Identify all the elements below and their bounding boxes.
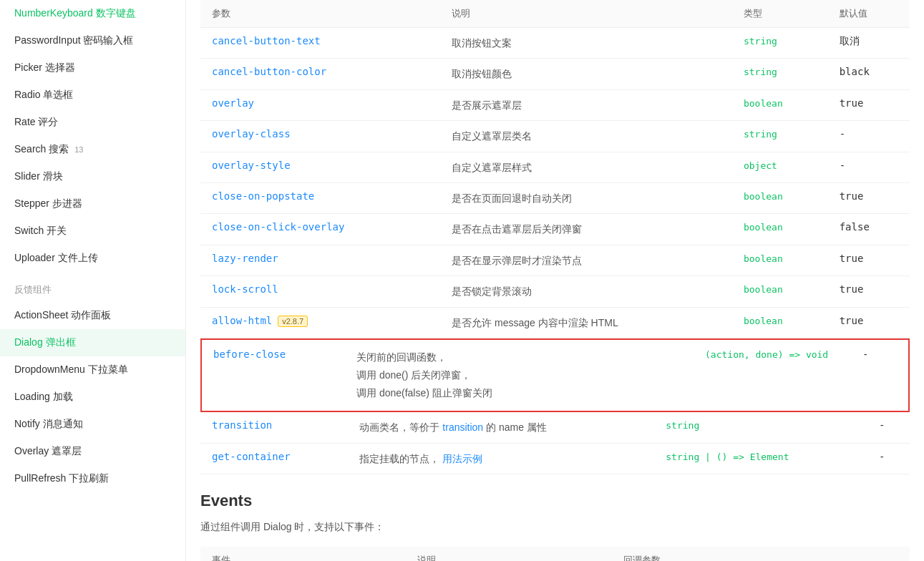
sidebar-item[interactable]: Slider 滑块: [0, 163, 185, 190]
prop-type: string: [744, 129, 777, 140]
sidebar-item[interactable]: Rate 评分: [0, 109, 185, 136]
sidebar-badge: 13: [74, 145, 83, 154]
col-header-default: 默认值: [828, 0, 910, 28]
prop-type: string: [666, 420, 699, 431]
sidebar-item-label: DropdownMenu 下拉菜单: [14, 364, 128, 375]
prop-default: -: [840, 160, 845, 171]
prop-name: lazy-render: [212, 253, 278, 264]
sidebar-item-dialog[interactable]: Dialog 弹出框: [0, 329, 185, 356]
table-row: lazy-render 是否在显示弹层时才渲染节点 boolean true: [200, 245, 910, 275]
sidebar-item-label: Uploader 文件上传: [14, 252, 98, 263]
sidebar-item[interactable]: Picker 选择器: [0, 54, 185, 82]
prop-name: cancel-button-text: [212, 35, 321, 47]
sidebar-item-label: PasswordInput 密码输入框: [14, 34, 134, 46]
events-col-desc: 说明: [406, 547, 611, 561]
prop-name: close-on-popstate: [212, 190, 314, 202]
prop-name: transition: [212, 419, 272, 431]
prop-desc: 动画类名，等价于: [359, 421, 442, 433]
table-row: overlay-style 自定义遮罩层样式 object -: [200, 152, 910, 182]
sidebar-item-search[interactable]: Search 搜索 13: [0, 136, 185, 163]
sidebar-item[interactable]: Uploader 文件上传: [0, 245, 185, 272]
prop-name: overlay: [212, 97, 254, 109]
prop-desc-suffix: 的 name 属性: [486, 421, 547, 433]
prop-default: -: [879, 419, 885, 431]
sidebar-item-label: Radio 单选框: [14, 89, 73, 100]
prop-desc: 是否锁定背景滚动: [452, 286, 532, 297]
version-badge: v2.8.7: [278, 316, 308, 327]
table-row: allow-html v2.8.7 是否允许 message 内容中渲染 HTM…: [200, 307, 910, 338]
prop-type: string: [744, 67, 777, 77]
events-title: Events: [200, 492, 910, 510]
sidebar-item[interactable]: Overlay 遮罩层: [0, 438, 185, 465]
prop-type: object: [744, 160, 777, 171]
sidebar-item-label: PullRefresh 下拉刷新: [14, 472, 109, 484]
prop-default: -: [879, 451, 885, 462]
sidebar-item[interactable]: Notify 消息通知: [0, 411, 185, 438]
sidebar-item-label: Loading 加载: [14, 391, 73, 402]
prop-name: allow-html: [212, 315, 272, 326]
sidebar-item[interactable]: PasswordInput 密码输入框: [0, 27, 185, 54]
prop-desc: 取消按钮颜色: [452, 68, 512, 79]
events-col-callback: 回调参数: [612, 547, 910, 561]
prop-desc: 是否在显示弹层时才渲染节点: [452, 255, 582, 266]
table-row: close-on-popstate 是否在页面回退时自动关闭 boolean t…: [200, 182, 910, 213]
table-row: close-on-click-overlay 是否在点击遮罩层后关闭弹窗 boo…: [200, 214, 910, 245]
prop-desc-line3: 调用 done(false) 阻止弹窗关闭: [356, 387, 492, 399]
col-header-type: 类型: [732, 0, 828, 28]
sidebar-item-label: Stepper 步进器: [14, 197, 82, 209]
events-section: Events 通过组件调用 Dialog 时，支持以下事件： 事件 说明 回调参…: [186, 474, 924, 561]
sidebar-item[interactable]: Radio 单选框: [0, 82, 185, 109]
prop-type: boolean: [744, 191, 783, 202]
prop-desc: 是否展示遮罩层: [452, 99, 522, 111]
prop-desc: 取消按钮文案: [452, 37, 512, 49]
prop-name: overlay-class: [212, 128, 291, 140]
table-row: transition 动画类名，等价于 transition 的 name 属性…: [200, 412, 910, 443]
table-row: cancel-button-text 取消按钮文案 string 取消: [200, 28, 910, 59]
sidebar-section-title: 反馈组件: [0, 272, 185, 302]
prop-desc-line2: 调用 done() 后关闭弹窗，: [356, 369, 471, 381]
prop-default: true: [840, 253, 864, 264]
sidebar-item-label: Notify 消息通知: [14, 418, 83, 429]
sidebar-item[interactable]: Switch 开关: [0, 218, 185, 245]
prop-type: (action, done) => void: [705, 349, 828, 360]
prop-type: boolean: [744, 316, 783, 326]
prop-desc: 是否在页面回退时自动关闭: [452, 192, 572, 204]
sidebar-item[interactable]: ActionSheet 动作面板: [0, 302, 185, 329]
prop-default: false: [840, 221, 870, 233]
prop-name: lock-scroll: [212, 283, 278, 295]
sidebar-item[interactable]: Stepper 步进器: [0, 190, 185, 218]
table-row: cancel-button-color 取消按钮颜色 string black: [200, 59, 910, 89]
prop-desc: 指定挂载的节点，: [359, 453, 439, 464]
sidebar-item-label: Rate 评分: [14, 116, 58, 127]
sidebar-item-label: Switch 开关: [14, 225, 67, 236]
sidebar-item-label: Slider 滑块: [14, 170, 63, 182]
col-header-param: 参数: [200, 0, 440, 28]
props-table: 参数 说明 类型 默认值 cancel-button-text 取消按钮文案 s…: [200, 0, 910, 338]
prop-type: boolean: [744, 222, 783, 233]
sidebar-item[interactable]: DropdownMenu 下拉菜单: [0, 356, 185, 384]
sidebar-item[interactable]: PullRefresh 下拉刷新: [0, 465, 185, 492]
usage-example-link[interactable]: 用法示例: [442, 453, 482, 464]
col-header-desc: 说明: [440, 0, 732, 28]
before-close-row: before-close 关闭前的回调函数， 调用 done() 后关闭弹窗， …: [202, 340, 908, 411]
table-row: overlay 是否展示遮罩层 boolean true: [200, 89, 910, 120]
sidebar-item-label: Search 搜索: [14, 143, 69, 155]
sidebar: NumberKeyboard 数字键盘 PasswordInput 密码输入框 …: [0, 0, 186, 561]
sidebar-item[interactable]: Loading 加载: [0, 384, 185, 411]
prop-type: boolean: [744, 98, 783, 109]
events-table: 事件 说明 回调参数: [200, 547, 910, 561]
prop-type: string: [744, 36, 777, 47]
prop-default: black: [840, 66, 870, 77]
sidebar-item-label: Dialog 弹出框: [14, 336, 76, 348]
prop-default: true: [840, 97, 864, 109]
prop-desc: 自定义遮罩层样式: [452, 162, 532, 173]
prop-default: -: [840, 128, 845, 140]
prop-type: boolean: [744, 284, 783, 295]
sidebar-item[interactable]: NumberKeyboard 数字键盘: [0, 0, 185, 27]
prop-default: 取消: [840, 35, 860, 47]
prop-name: cancel-button-color: [212, 66, 326, 77]
table-row: lock-scroll 是否锁定背景滚动 boolean true: [200, 276, 910, 307]
prop-desc: 自定义遮罩层类名: [452, 130, 532, 142]
prop-name: overlay-style: [212, 160, 291, 171]
transition-link[interactable]: transition: [442, 421, 483, 433]
